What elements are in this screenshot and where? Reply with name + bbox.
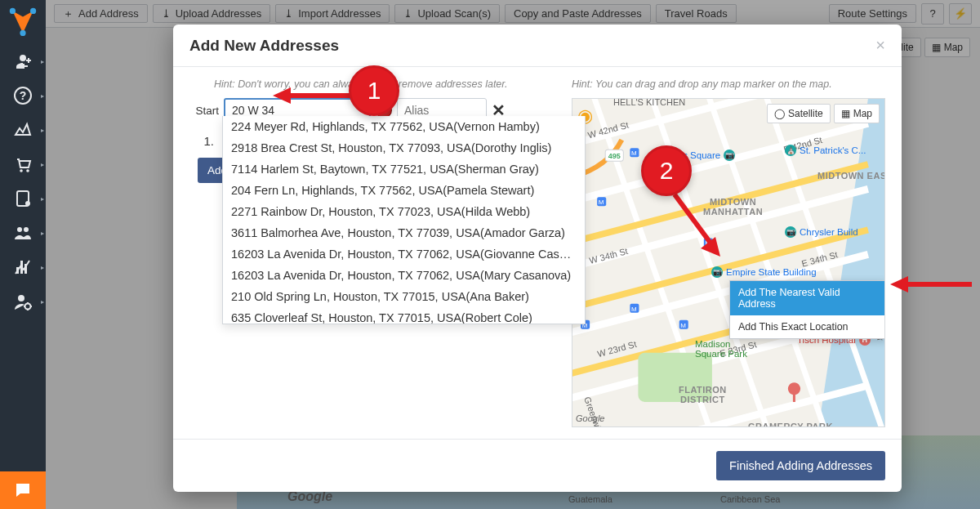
suggestion-item[interactable]: 204 Fern Ln, Highlands, TX 77562, USA(Pa… xyxy=(223,180,585,201)
svg-point-0 xyxy=(10,8,16,14)
modal-body: Hint: Don't worry, you can always add or… xyxy=(173,67,902,439)
sidebar-item-orders[interactable]: ▸ xyxy=(0,147,46,181)
hint-right: Hint: You can drag and drop any map mark… xyxy=(572,78,885,90)
sidebar-item-settings-user[interactable]: ▸ xyxy=(0,284,46,319)
poi-madison-square: Madison Square Park xyxy=(695,339,747,359)
svg-text:M: M xyxy=(680,322,686,329)
left-pane: Hint: Don't worry, you can always add or… xyxy=(189,78,557,427)
arrow-external xyxy=(890,275,972,294)
svg-point-5 xyxy=(20,169,23,172)
satellite-button[interactable]: ◯Satellite xyxy=(767,104,831,123)
suggestion-item[interactable]: 16203 La Avenida Dr, Houston, TX 77062, … xyxy=(223,265,585,286)
svg-point-9 xyxy=(17,227,22,232)
svg-point-8 xyxy=(25,201,30,206)
hells-kitchen-label: HELL'S KITCHEN xyxy=(613,98,685,107)
poi-st-patricks: ⛪St. Patrick's C... xyxy=(785,145,866,156)
svg-text:?: ? xyxy=(20,89,27,102)
midtown-east-label: MIDTOWN EAS xyxy=(817,171,885,181)
suggestion-item[interactable]: 224 Meyer Rd, Highlands, TX 77562, USA(V… xyxy=(223,116,585,137)
google-attribution-small: Google xyxy=(576,413,604,423)
suggestion-item[interactable]: 7114 Harlem St, Baytown, TX 77521, USA(S… xyxy=(223,159,585,180)
svg-line-31 xyxy=(675,194,712,245)
close-icon[interactable]: × xyxy=(875,36,885,55)
svg-point-12 xyxy=(25,304,31,310)
ctx-add-nearest[interactable]: Add The Nearest Valid Address xyxy=(730,281,885,315)
ctx-add-exact[interactable]: Add This Exact Location xyxy=(730,315,885,338)
add-addresses-modal: Add New Addresses × Hint: Don't worry, y… xyxy=(173,25,902,492)
callout-step-1: 1 xyxy=(349,65,399,116)
svg-point-6 xyxy=(26,169,29,172)
main-area: ＋Add Address ⤓Upload Addresses ⤓Import A… xyxy=(46,0,980,509)
svg-text:495: 495 xyxy=(608,152,621,160)
sidebar-item-addressbook[interactable]: ▸ xyxy=(0,181,46,216)
arrow-step-1 xyxy=(273,86,354,105)
gramercy-label: GRAMERCY PARK xyxy=(748,422,833,427)
sidebar-item-routes[interactable]: ▸ xyxy=(0,113,46,147)
suggestion-item[interactable]: 2271 Rainbow Dr, Houston, TX 77023, USA(… xyxy=(223,201,585,222)
suggestion-item[interactable]: 635 Cloverleaf St, Houston, TX 77015, US… xyxy=(223,307,585,324)
row-index: 1. xyxy=(189,134,214,148)
map-context-menu: Add The Nearest Valid Address Add This E… xyxy=(729,280,885,339)
suggestion-item[interactable]: 16203 La Avenida Dr, Houston, TX 77062, … xyxy=(223,243,585,265)
sidebar-item-analytics[interactable]: ▸ xyxy=(0,250,46,284)
svg-point-1 xyxy=(30,8,36,14)
address-suggestions-dropdown: 224 Meyer Rd, Highlands, TX 77562, USA(V… xyxy=(222,116,586,324)
poi-empire-state: 📷Empire State Building xyxy=(711,266,817,278)
right-pane: Hint: You can drag and drop any map mark… xyxy=(572,78,885,427)
flatiron-label: FLATIRON DISTRICT xyxy=(679,385,727,404)
sidebar: ▸ ?▸ ▸ ▸ ▸ ▸ ▸ ▸ xyxy=(0,0,46,509)
svg-text:M: M xyxy=(599,199,604,206)
svg-point-10 xyxy=(24,227,29,232)
svg-point-11 xyxy=(18,295,24,301)
map-button[interactable]: ▦Map xyxy=(834,104,880,123)
map-type-controls: ◯Satellite ▦Map xyxy=(767,104,880,123)
suggestion-item[interactable]: 210 Old Spring Ln, Houston, TX 77015, US… xyxy=(223,286,585,307)
svg-marker-34 xyxy=(890,276,908,292)
callout-step-2: 2 xyxy=(641,145,692,196)
svg-marker-30 xyxy=(273,87,291,104)
modal-footer: Finished Adding Addresses xyxy=(173,439,902,492)
finished-adding-button[interactable]: Finished Adding Addresses xyxy=(716,451,885,480)
suggestion-item[interactable]: 3611 Balmorhea Ave, Houston, TX 77039, U… xyxy=(223,222,585,243)
svg-text:M: M xyxy=(631,306,637,313)
map-canvas: 495 M M M M M M xyxy=(572,99,884,426)
svg-text:M: M xyxy=(631,150,637,157)
modal-header: Add New Addresses × xyxy=(173,25,902,67)
app-logo xyxy=(7,5,39,38)
sidebar-item-add-user[interactable]: ▸ xyxy=(0,44,46,78)
sidebar-item-help[interactable]: ?▸ xyxy=(0,78,46,113)
poi-chrysler: 📷Chrysler Build xyxy=(785,226,858,238)
arrow-step-2 xyxy=(670,191,727,265)
chat-button[interactable] xyxy=(0,471,46,509)
start-label: Start xyxy=(189,105,219,117)
svg-point-2 xyxy=(20,30,25,36)
sidebar-item-team[interactable]: ▸ xyxy=(0,216,46,250)
suggestion-item[interactable]: 2918 Brea Crest St, Houston, TX 77093, U… xyxy=(223,137,585,159)
mini-map[interactable]: ◉ ◯Satellite ▦Map xyxy=(572,98,885,427)
modal-title: Add New Addresses xyxy=(189,37,339,55)
